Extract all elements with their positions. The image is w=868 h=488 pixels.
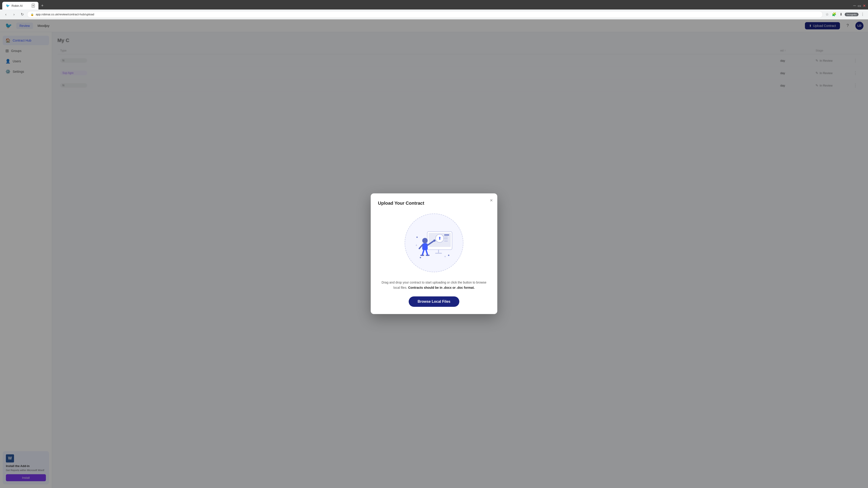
svg-point-21 (448, 255, 450, 256)
menu-button[interactable]: ⋮ (860, 11, 865, 18)
close-window-button[interactable]: ✕ (863, 4, 866, 8)
svg-rect-8 (444, 238, 448, 239)
upload-illustration: ⬆ (409, 220, 459, 265)
minimize-button[interactable]: ─ (853, 4, 856, 8)
modal-overlay: Upload Your Contract × (0, 32, 868, 488)
extensions-button[interactable]: 🧩 (831, 11, 837, 18)
tab-close-button[interactable]: ✕ (32, 4, 35, 8)
svg-rect-9 (444, 240, 448, 241)
app-wrapper: 🐦 Review Moodjoy ⬆ Upload Contract ? LD … (0, 20, 868, 488)
browser-toolbar: ‹ › ↻ 🔒 app.robinai.co.uk/review/contrac… (0, 9, 868, 20)
incognito-badge: Incognito (845, 13, 859, 16)
url-bar[interactable]: 🔒 app.robinai.co.uk/review/contract-hub/… (27, 11, 823, 18)
tab-title: Robin AI (11, 4, 23, 7)
svg-point-10 (422, 238, 428, 243)
svg-text:+: + (415, 243, 417, 247)
browser-actions: ☆ 🧩 ⬇ Incognito ⋮ (825, 11, 865, 18)
svg-text:⬆: ⬆ (438, 236, 441, 240)
modal-close-button[interactable]: × (490, 198, 493, 203)
window-controls: ─ ▭ ✕ (853, 4, 866, 8)
svg-line-14 (419, 245, 422, 249)
bookmark-button[interactable]: ☆ (825, 11, 830, 18)
svg-rect-7 (444, 236, 448, 237)
svg-text:+: + (444, 255, 446, 258)
secure-icon: 🔒 (31, 13, 34, 16)
upload-modal: Upload Your Contract × (371, 193, 497, 314)
browser-chrome: 🐦 Robin AI ✕ + ─ ▭ ✕ ‹ › ↻ 🔒 app.robinai… (0, 0, 868, 20)
svg-rect-3 (435, 253, 442, 254)
tab-favicon: 🐦 (6, 4, 10, 7)
svg-point-13 (433, 239, 436, 242)
modal-title: Upload Your Contract (378, 201, 490, 206)
svg-rect-11 (422, 243, 428, 250)
modal-description: Drag and drop your contract to start upl… (378, 280, 490, 290)
svg-point-19 (416, 236, 418, 238)
illustration-circle: ⬆ (405, 214, 463, 272)
modal-format-note: Contracts should be in .docx or .doc for… (408, 286, 475, 289)
svg-line-15 (422, 250, 424, 255)
svg-line-16 (426, 250, 428, 255)
reload-button[interactable]: ↻ (19, 11, 25, 18)
back-button[interactable]: ‹ (3, 11, 9, 18)
svg-rect-2 (438, 250, 439, 253)
download-button[interactable]: ⬇ (839, 11, 843, 18)
maximize-button[interactable]: ▭ (858, 4, 861, 8)
tab-bar: 🐦 Robin AI ✕ + ─ ▭ ✕ (0, 0, 868, 9)
forward-button[interactable]: › (11, 11, 17, 18)
active-tab[interactable]: 🐦 Robin AI ✕ (2, 2, 38, 9)
modal-illustration: ⬆ (402, 211, 466, 274)
new-tab-button[interactable]: + (39, 2, 45, 9)
svg-point-20 (420, 257, 421, 258)
browse-local-files-button[interactable]: Browse Local Files (409, 296, 460, 307)
url-text: app.robinai.co.uk/review/contract-hub/up… (36, 13, 819, 16)
app-body: 🏠 Contract Hub ⊞ Groups 👤 Users ⚙️ Setti… (0, 32, 868, 488)
svg-rect-6 (444, 234, 449, 236)
